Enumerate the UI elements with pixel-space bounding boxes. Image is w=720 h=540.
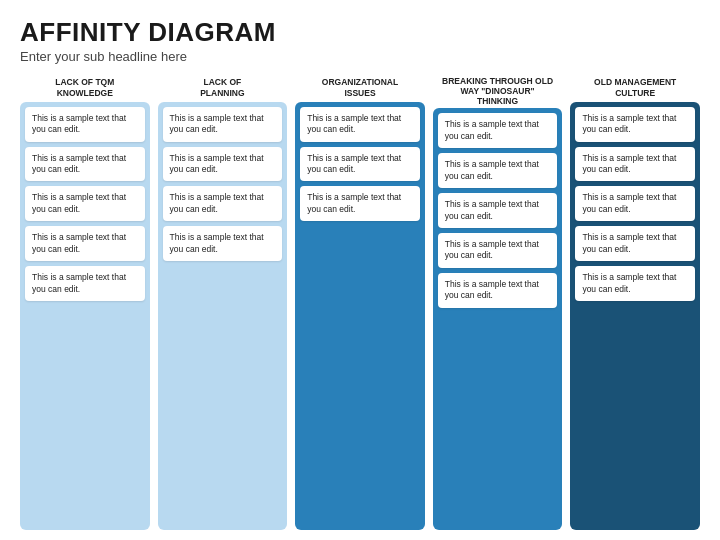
column-2: LACK OFPLANNING This is a sample text th… xyxy=(158,74,288,530)
card[interactable]: This is a sample text that you can edit. xyxy=(163,147,283,182)
card[interactable]: This is a sample text that you can edit. xyxy=(300,107,420,142)
page: AFFINITY DIAGRAM Enter your sub headline… xyxy=(0,0,720,540)
card[interactable]: This is a sample text that you can edit. xyxy=(575,226,695,261)
col-header-2: LACK OFPLANNING xyxy=(158,74,288,102)
column-5: OLD MANAGEMENTCULTURE This is a sample t… xyxy=(570,74,700,530)
col-body-3: This is a sample text that you can edit.… xyxy=(295,102,425,530)
card[interactable]: This is a sample text that you can edit. xyxy=(438,233,558,268)
card[interactable]: This is a sample text that you can edit. xyxy=(300,186,420,221)
column-3: ORGANIZATIONALISSUES This is a sample te… xyxy=(295,74,425,530)
col-body-5: This is a sample text that you can edit.… xyxy=(570,102,700,530)
card[interactable]: This is a sample text that you can edit. xyxy=(438,153,558,188)
card[interactable]: This is a sample text that you can edit. xyxy=(438,113,558,148)
page-title: AFFINITY DIAGRAM xyxy=(20,18,700,47)
card[interactable]: This is a sample text that you can edit. xyxy=(25,266,145,301)
card[interactable]: This is a sample text that you can edit. xyxy=(575,186,695,221)
card[interactable]: This is a sample text that you can edit. xyxy=(25,186,145,221)
col-body-4: This is a sample text that you can edit.… xyxy=(433,108,563,530)
card[interactable]: This is a sample text that you can edit. xyxy=(575,147,695,182)
page-subtitle: Enter your sub headline here xyxy=(20,49,700,64)
card[interactable]: This is a sample text that you can edit. xyxy=(25,147,145,182)
column-4: BREAKING THROUGH OLDWAY "DINOSAUR"THINKI… xyxy=(433,74,563,530)
card[interactable]: This is a sample text that you can edit. xyxy=(438,273,558,308)
col-header-5: OLD MANAGEMENTCULTURE xyxy=(570,74,700,102)
col-header-4: BREAKING THROUGH OLDWAY "DINOSAUR"THINKI… xyxy=(433,74,563,109)
card[interactable]: This is a sample text that you can edit. xyxy=(575,107,695,142)
card[interactable]: This is a sample text that you can edit. xyxy=(25,107,145,142)
card[interactable]: This is a sample text that you can edit. xyxy=(438,193,558,228)
card[interactable]: This is a sample text that you can edit. xyxy=(300,147,420,182)
columns-area: LACK OF TQMKNOWLEDGE This is a sample te… xyxy=(20,74,700,530)
card[interactable]: This is a sample text that you can edit. xyxy=(163,226,283,261)
col-header-1: LACK OF TQMKNOWLEDGE xyxy=(20,74,150,102)
card[interactable]: This is a sample text that you can edit. xyxy=(25,226,145,261)
col-body-2: This is a sample text that you can edit.… xyxy=(158,102,288,530)
col-header-3: ORGANIZATIONALISSUES xyxy=(295,74,425,102)
card[interactable]: This is a sample text that you can edit. xyxy=(163,107,283,142)
card[interactable]: This is a sample text that you can edit. xyxy=(575,266,695,301)
card[interactable]: This is a sample text that you can edit. xyxy=(163,186,283,221)
column-1: LACK OF TQMKNOWLEDGE This is a sample te… xyxy=(20,74,150,530)
col-body-1: This is a sample text that you can edit.… xyxy=(20,102,150,530)
